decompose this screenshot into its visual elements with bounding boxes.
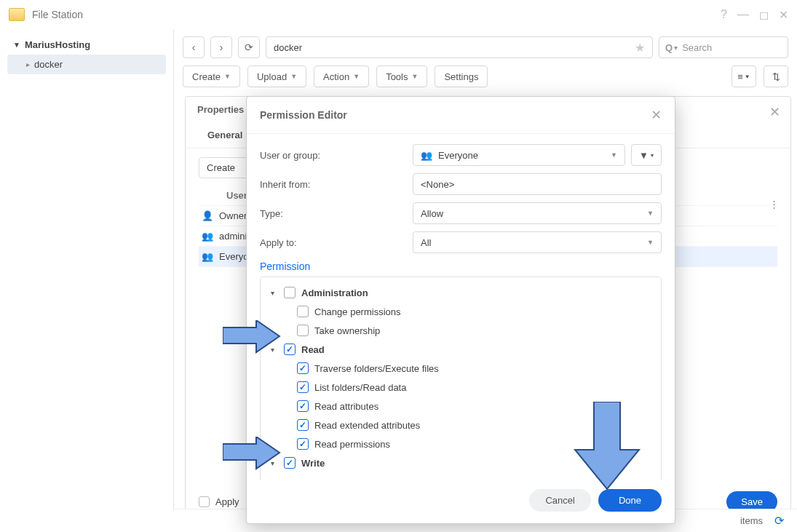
caret-right-icon: ▸ <box>26 60 30 68</box>
chevron-down-icon[interactable]: ▾ <box>271 289 278 297</box>
permission-label: Traverse folders/Execute files <box>314 363 439 374</box>
permission-checkbox[interactable] <box>284 344 296 355</box>
permission-item[interactable]: Traverse folders/Execute files <box>268 359 654 378</box>
lbl-inherit: Inherit from: <box>260 179 413 190</box>
permission-checkbox[interactable] <box>297 325 309 336</box>
help-icon[interactable]: ? <box>721 8 727 21</box>
status-refresh-icon[interactable]: ⟳ <box>774 514 784 528</box>
upload-button[interactable]: Upload▼ <box>247 65 306 87</box>
permission-checkbox[interactable] <box>297 438 309 450</box>
permission-label: Read attributes <box>314 401 378 412</box>
group-icon: 👥 <box>421 150 432 161</box>
favorite-icon[interactable]: ★ <box>635 41 645 55</box>
group-icon: 👥 <box>202 251 213 262</box>
permission-checkbox[interactable] <box>297 362 309 374</box>
permission-label: Take ownership <box>314 325 380 336</box>
user-group-select[interactable]: 👥Everyone ▼ <box>413 144 625 166</box>
svg-marker-1 <box>223 437 279 469</box>
permission-item[interactable]: List folders/Read data <box>268 378 654 397</box>
lbl-user-group: User or group: <box>260 150 413 161</box>
permission-checkbox[interactable] <box>297 381 309 393</box>
properties-tab-general[interactable]: General <box>197 122 253 148</box>
settings-button[interactable]: Settings <box>435 65 488 87</box>
tree-item-docker[interactable]: ▸ docker <box>7 55 166 74</box>
permission-label: Read permissions <box>314 439 390 450</box>
app-title: File Station <box>32 9 710 20</box>
create-button[interactable]: Create▼ <box>183 65 240 87</box>
tree-item-label: docker <box>34 59 63 70</box>
nav-toolbar: ‹ › ⟳ docker ★ Q▾ Search <box>174 29 797 63</box>
view-list-button[interactable]: ≡ ▼ <box>731 65 756 87</box>
permission-label: List folders/Read data <box>314 382 406 393</box>
action-button[interactable]: Action▼ <box>314 65 369 87</box>
apply-checkbox[interactable]: Apply <box>199 496 239 507</box>
type-select[interactable]: Allow▼ <box>413 202 662 224</box>
permission-item[interactable]: ▾Read <box>268 340 654 359</box>
annotation-arrow-write <box>223 437 281 473</box>
lbl-apply-to: Apply to: <box>260 237 413 248</box>
search-icon: Q <box>665 42 673 53</box>
permission-checkbox[interactable] <box>284 457 296 469</box>
group-icon: 👥 <box>202 231 213 242</box>
annotation-arrow-done <box>571 402 643 491</box>
search-placeholder: Search <box>682 42 712 53</box>
permission-item[interactable]: Change permissions <box>268 302 654 321</box>
apply-to-select[interactable]: All▼ <box>413 231 662 253</box>
permission-label: Change permissions <box>314 306 401 317</box>
inherit-field: <None> <box>413 173 662 195</box>
path-text: docker <box>274 42 302 53</box>
maximize-icon[interactable]: ◻ <box>759 8 769 22</box>
permission-item[interactable]: ▾Administration <box>268 283 654 302</box>
permission-editor-title: Permission Editor <box>260 109 347 121</box>
path-input[interactable]: docker ★ <box>266 36 653 58</box>
filter-icon: ▼ <box>639 150 649 161</box>
col-header-user: User <box>226 190 247 201</box>
action-toolbar: Create▼ Upload▼ Action▼ Tools▼ Settings … <box>174 63 797 95</box>
folder-tree-sidebar: ▼ MariusHosting ▸ docker <box>0 29 173 532</box>
chevron-down-icon: ▼ <box>647 210 654 217</box>
nav-forward-button[interactable]: › <box>210 36 232 58</box>
permission-label: Read <box>301 344 325 355</box>
permission-section-title: Permission <box>260 261 662 272</box>
tools-button[interactable]: Tools▼ <box>376 65 427 87</box>
permission-editor-close-icon[interactable]: ✕ <box>651 107 662 123</box>
permission-label: Write <box>301 458 325 469</box>
permission-label: Read extended attributes <box>314 420 420 431</box>
tree-root-label: MariusHosting <box>25 39 90 50</box>
user-icon: 👤 <box>202 210 213 221</box>
nav-back-button[interactable]: ‹ <box>183 36 205 58</box>
minimize-icon[interactable]: — <box>737 8 749 21</box>
properties-close-icon[interactable]: ✕ <box>769 104 780 120</box>
app-folder-icon <box>9 8 25 21</box>
nav-refresh-button[interactable]: ⟳ <box>238 36 260 58</box>
chevron-down-icon: ▼ <box>611 151 617 159</box>
svg-marker-0 <box>223 320 279 352</box>
sort-button[interactable]: ⇅ <box>764 65 788 87</box>
cancel-button[interactable]: Cancel <box>529 489 590 512</box>
done-button[interactable]: Done <box>598 489 662 512</box>
chevron-down-icon: ▼ <box>647 239 654 246</box>
svg-marker-2 <box>575 402 639 489</box>
filter-button[interactable]: ▼▾ <box>631 144 662 166</box>
annotation-arrow-read <box>223 320 281 357</box>
tree-root[interactable]: ▼ MariusHosting <box>7 35 166 55</box>
caret-down-icon: ▼ <box>13 41 20 49</box>
permission-checkbox[interactable] <box>284 287 296 298</box>
close-icon[interactable]: ✕ <box>779 8 788 22</box>
permission-checkbox[interactable] <box>297 306 309 317</box>
window-titlebar: File Station ? — ◻ ✕ <box>0 0 797 29</box>
status-items: items <box>740 515 763 526</box>
permission-item[interactable]: Take ownership <box>268 321 654 340</box>
more-icon[interactable]: ⋮ <box>769 199 779 210</box>
permission-checkbox[interactable] <box>297 400 309 412</box>
search-input[interactable]: Q▾ Search <box>659 36 788 58</box>
permission-label: Administration <box>301 287 368 298</box>
lbl-type: Type: <box>260 208 413 219</box>
permission-checkbox[interactable] <box>297 419 309 431</box>
